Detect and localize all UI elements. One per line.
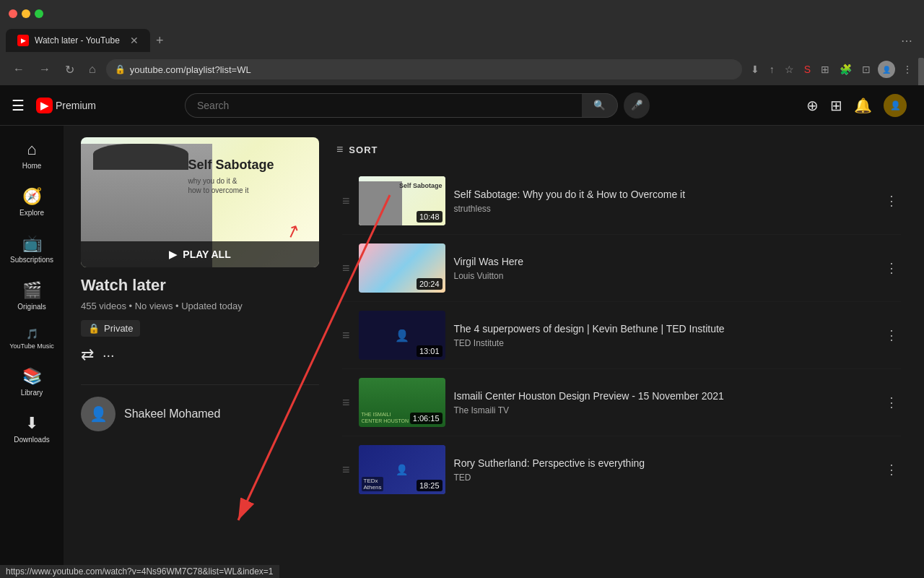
sidebar-toggle-button[interactable]: ☰ [12, 97, 25, 114]
search-bar: 🔍 [185, 93, 618, 118]
extensions-puzzle-icon[interactable]: 🧩 [837, 62, 855, 77]
originals-icon: 🎬 [22, 281, 42, 300]
nav-actions: ⬇ ↑ ☆ S ⊞ 🧩 ⊡ 👤 ⋮ [748, 61, 915, 78]
drag-handle-4[interactable]: ≡ [342, 395, 350, 410]
sidebar-item-originals[interactable]: 🎬 Originals [3, 272, 61, 319]
watchlater-container: Self Sabotage why you do it &how to over… [81, 137, 907, 503]
window-controls[interactable]: ⋯ [895, 34, 918, 48]
user-name: Shakeel Mohamed [124, 407, 220, 420]
video-more-button-2[interactable]: ⋮ [882, 257, 901, 279]
drag-handle-3[interactable]: ≡ [342, 328, 350, 343]
shuffle-button[interactable]: ⇄ [81, 345, 94, 364]
home-button[interactable]: ⌂ [84, 60, 100, 79]
address-bar[interactable]: 🔒 youtube.com/playlist?list=WL [106, 59, 742, 79]
drag-handle-2[interactable]: ≡ [342, 261, 350, 276]
user-avatar-large: 👤 [81, 397, 116, 431]
sidebar-label-originals: Originals [17, 303, 45, 311]
downloads-icon: ⬇ [25, 414, 38, 433]
video-title-3: The 4 superpowers of design | Kevin Beth… [454, 322, 873, 335]
sidebar-item-downloads[interactable]: ⬇ Downloads [3, 405, 61, 452]
video-more-button-5[interactable]: ⋮ [882, 459, 901, 480]
video-item-2[interactable]: ≡ 20:24 Virgil Was Here Louis Vuitton ⋮ [336, 235, 907, 301]
play-all-button[interactable]: ▶ PLAY ALL [81, 241, 319, 267]
close-button[interactable] [9, 9, 17, 18]
back-button[interactable]: ← [9, 60, 29, 79]
drag-handle[interactable]: ≡ [342, 194, 350, 209]
yt-logo-icon: ▶ [36, 98, 53, 113]
video-info-3: The 4 superpowers of design | Kevin Beth… [445, 322, 882, 348]
video-duration-1: 10:48 [417, 211, 443, 223]
video-more-button-3[interactable]: ⋮ [882, 324, 901, 346]
library-icon: 📚 [22, 367, 42, 386]
video-more-button-1[interactable]: ⋮ [882, 190, 901, 212]
active-tab[interactable]: ▶ Watch later - YouTube ✕ [6, 29, 150, 52]
share-icon[interactable]: ↑ [767, 62, 777, 77]
sidebar-item-youtube-music[interactable]: 🎵 YouTube Music [3, 319, 61, 358]
create-video-button[interactable]: ⊕ [806, 97, 819, 114]
video-title-2: Virgil Was Here [454, 255, 873, 268]
video-title-5: Rory Sutherland: Perspective is everythi… [454, 457, 873, 470]
maximize-button[interactable] [35, 9, 43, 18]
new-tab-button[interactable]: + [156, 33, 164, 48]
user-avatar[interactable]: 👤 [884, 94, 907, 117]
video-info-4: Ismaili Center Houston Design Preview - … [445, 389, 882, 415]
sidebar-label-explore: Explore [19, 209, 44, 217]
subscriptions-icon: 📺 [22, 234, 42, 253]
private-badge: 🔒 Private [81, 320, 140, 337]
yt-body: ⌂ Home 🧭 Explore 📺 Subscriptions 🎬 Origi… [0, 126, 924, 578]
video-channel-5: TED [454, 473, 873, 483]
private-label: Private [104, 323, 133, 334]
video-title-4: Ismaili Center Houston Design Preview - … [454, 389, 873, 402]
sidebar-label-downloads: Downloads [14, 436, 49, 444]
video-thumbnail-4: THE ISMAILICENTER HOUSTON 1:06:15 [359, 378, 445, 427]
tab-title: Watch later - YouTube [35, 35, 124, 46]
cast-icon[interactable]: ⊡ [859, 62, 873, 77]
tab-close-button[interactable]: ✕ [130, 35, 139, 46]
drag-handle-5[interactable]: ≡ [342, 462, 350, 478]
video-thumbnail-5: 👤 TEDxAthens 18:25 [359, 445, 445, 494]
address-text: youtube.com/playlist?list=WL [130, 64, 251, 75]
video-thumbnail-3: 👤 13:01 [359, 311, 445, 360]
sidebar-item-home[interactable]: ⌂ Home [3, 131, 61, 178]
download-icon[interactable]: ⬇ [748, 62, 762, 77]
playlist-thumbnail[interactable]: Self Sabotage why you do it &how to over… [81, 137, 319, 267]
video-title-1: Self Sabotage: Why you do it & How to Ov… [454, 188, 873, 201]
video-item-3[interactable]: ≡ 👤 13:01 The 4 superpowers of design | … [336, 302, 907, 368]
music-icon: 🎵 [26, 328, 38, 340]
video-item-4[interactable]: ≡ THE ISMAILICENTER HOUSTON 1:06:15 Isma… [336, 369, 907, 436]
video-more-button-4[interactable]: ⋮ [882, 392, 901, 413]
yt-premium-label: Premium [56, 100, 96, 111]
video-duration-5: 18:25 [417, 480, 443, 491]
yt-header: ☰ ▶ Premium 🔍 🎤 ⊕ ⊞ 🔔 👤 [0, 85, 924, 126]
main-content: Self Sabotage why you do it &how to over… [64, 126, 924, 578]
sidebar-item-explore[interactable]: 🧭 Explore [3, 178, 61, 225]
video-thumbnail-2: 20:24 [359, 243, 445, 293]
forward-button[interactable]: → [35, 60, 55, 79]
header-right: ⊕ ⊞ 🔔 👤 [806, 94, 912, 117]
lock-icon: 🔒 [88, 323, 100, 334]
video-info-5: Rory Sutherland: Perspective is everythi… [445, 457, 882, 483]
more-options-button[interactable]: ··· [103, 347, 115, 363]
video-info-1: Self Sabotage: Why you do it & How to Ov… [445, 188, 882, 214]
notifications-button[interactable]: 🔔 [854, 97, 872, 114]
browser-profile-avatar[interactable]: 👤 [878, 61, 895, 78]
sidebar-item-subscriptions[interactable]: 📺 Subscriptions [3, 225, 61, 272]
video-item-1[interactable]: ≡ Self Sabotage 10:48 Self Sabotag [336, 168, 907, 234]
watchlater-left: Self Sabotage why you do it &how to over… [81, 137, 319, 503]
sidebar-label-home: Home [22, 162, 42, 170]
bookmark-icon[interactable]: ☆ [782, 62, 797, 77]
apps-button[interactable]: ⊞ [830, 97, 842, 114]
video-item-5[interactable]: ≡ 👤 TEDxAthens 18:25 Rory Sutherland: Pe… [336, 436, 907, 503]
minimize-button[interactable] [22, 9, 30, 18]
sidebar-item-library[interactable]: 📚 Library [3, 358, 61, 405]
refresh-button[interactable]: ↻ [61, 60, 79, 79]
title-bar [0, 0, 924, 27]
extension-icon[interactable]: S [801, 62, 814, 77]
browser-menu-button[interactable]: ⋮ [899, 62, 915, 77]
search-button[interactable]: 🔍 [582, 93, 618, 118]
status-bar: https://www.youtube.com/watch?v=4Ns96WM7… [0, 565, 279, 578]
voice-search-button[interactable]: 🎤 [624, 92, 650, 118]
yt-logo[interactable]: ▶ Premium [36, 98, 96, 113]
search-input[interactable] [185, 93, 582, 118]
extensions-icon[interactable]: ⊞ [818, 62, 832, 77]
